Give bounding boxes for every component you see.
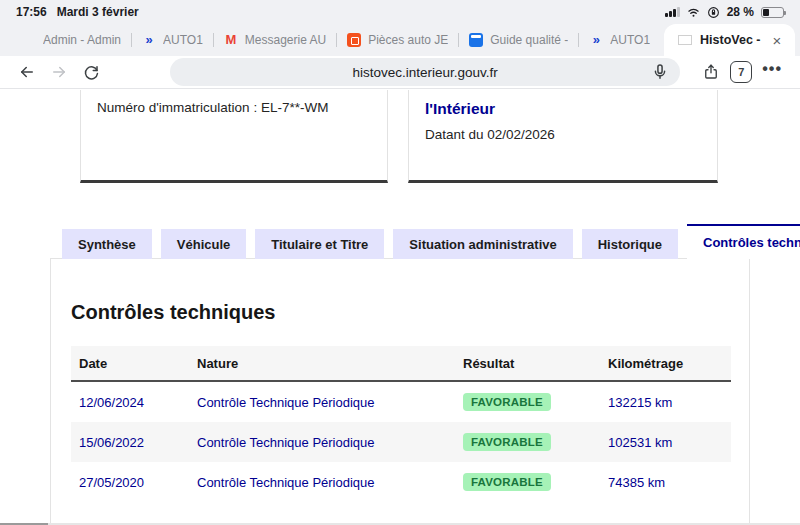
date: Mardi 3 février [57,5,139,19]
auto1-favicon: » [589,33,603,47]
tab-panel: Contrôles techniques Date Nature Résulta… [50,258,750,525]
tab-count-button[interactable]: 7 [730,61,752,83]
tab-synthese[interactable]: Synthèse [62,229,152,259]
battery-icon [761,7,784,18]
table-row: 27/05/2020 Contrôle Technique Périodique… [71,462,731,502]
table-header-row: Date Nature Résultat Kilométrage [71,346,731,382]
french-flag-favicon [678,35,692,45]
browser-tab-auto1-b[interactable]: » AUTO1 [579,24,660,56]
tab-controles-techniques[interactable]: Contrôles techniques [687,224,800,259]
address-bar[interactable]: histovec.interieur.gouv.fr [170,58,680,86]
vehicle-card: Numéro d'immatriculation : EL-7**-WM [80,90,388,183]
browser-tab-auto1-a[interactable]: » AUTO1 [132,24,213,56]
browser-tab-histovec-active[interactable]: HistoVec - × [664,24,795,56]
browser-tab-messagerie[interactable]: M Messagerie AU [214,24,336,56]
browser-toolbar: histovec.interieur.gouv.fr 7 ••• [0,56,800,89]
parts-favicon [347,33,361,47]
share-icon [702,63,720,81]
browser-tab-admin[interactable]: Admin - Admin [12,24,131,56]
status-badge: FAVORABLE [463,433,551,451]
col-header-resultat: Résultat [463,356,608,371]
status-badge: FAVORABLE [463,473,551,491]
histovec-tab-bar: Synthèse Véhicule Titulaire et Titre Sit… [62,224,800,259]
wifi-icon [687,6,700,19]
back-button[interactable] [14,59,40,85]
grid-favicon [22,33,36,47]
forward-button[interactable] [46,59,72,85]
tab-situation-administrative[interactable]: Situation administrative [393,229,572,259]
back-icon [18,63,36,81]
cellular-signal-icon [665,7,680,17]
reload-button[interactable] [78,59,104,85]
forward-icon [50,63,68,81]
reload-icon [82,63,100,81]
browser-tab-strip: Admin - Admin » AUTO1 M Messagerie AU Pi… [0,24,800,56]
col-header-kilometrage: Kilométrage [608,356,731,371]
orientation-lock-icon [707,6,720,19]
guide-favicon [469,33,483,47]
tab-historique[interactable]: Historique [582,229,678,259]
inspections-table: Date Nature Résultat Kilométrage 12/06/2… [71,346,731,502]
tab-vehicule[interactable]: Véhicule [161,229,246,259]
certificate-date: Datant du 02/02/2026 [425,127,701,142]
status-badge: FAVORABLE [463,393,551,411]
battery-percentage: 28 % [727,5,754,19]
clock: 17:56 [16,5,47,19]
col-header-date: Date [71,356,197,371]
status-bar: 17:56 Mardi 3 février 28 % [0,0,800,24]
certificate-card: l'Intérieur Datant du 02/02/2026 [408,90,718,183]
registration-number: Numéro d'immatriculation : EL-7**-WM [97,100,371,115]
mic-icon[interactable] [650,62,670,82]
auto1-favicon: » [142,33,156,47]
browser-tab-pieces-auto[interactable]: Pièces auto JE [337,24,458,56]
gmail-favicon: M [224,33,238,47]
tab-titulaire-et-titre[interactable]: Titulaire et Titre [255,229,384,259]
col-header-nature: Nature [197,356,463,371]
url-text: histovec.interieur.gouv.fr [352,65,497,80]
browser-tab-guide-qualite[interactable]: Guide qualité - [459,24,578,56]
table-row: 12/06/2024 Contrôle Technique Périodique… [71,382,731,422]
share-button[interactable] [698,59,724,85]
table-row: 15/06/2022 Contrôle Technique Périodique… [71,422,731,462]
section-title: Contrôles techniques [71,301,275,324]
certificate-title: l'Intérieur [425,100,701,118]
close-tab-icon[interactable]: × [773,32,782,49]
page-content: Numéro d'immatriculation : EL-7**-WM l'I… [0,90,800,525]
more-menu-icon[interactable]: ••• [758,60,786,84]
